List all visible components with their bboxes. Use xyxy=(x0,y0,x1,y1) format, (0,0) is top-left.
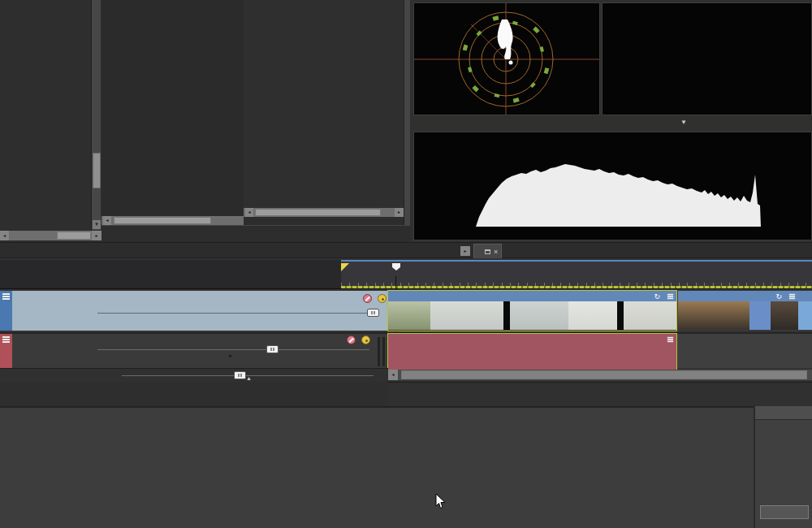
track-color-strip[interactable] xyxy=(0,334,12,368)
vol-slider-handle[interactable] xyxy=(266,345,279,353)
rate-control-row: ▲ xyxy=(0,368,388,382)
timecode-display-area xyxy=(0,260,341,289)
tree-hscroll-thumb[interactable] xyxy=(57,232,91,240)
stock-list-vertical-scrollbar[interactable] xyxy=(404,0,410,225)
tab-overflow-button[interactable]: ▸ xyxy=(460,246,470,256)
timeline-ruler[interactable] xyxy=(341,260,812,289)
loop-icon: ↻ xyxy=(775,292,782,301)
histogram xyxy=(413,132,812,240)
video-scopes-panel: ▼ xyxy=(410,0,812,242)
pan-center-notch: ▼ xyxy=(227,353,233,359)
clip-menu-icon[interactable] xyxy=(789,293,795,298)
vegas-pro-window: ▼ ◂ ▸ ◂ ◂ ▸ xyxy=(0,0,812,528)
level-slider-handle[interactable] xyxy=(367,309,379,317)
video-track-header[interactable] xyxy=(0,291,388,331)
playhead-marker[interactable] xyxy=(392,263,400,270)
float-window-icon[interactable] xyxy=(485,249,490,254)
file-list-stock xyxy=(244,0,404,208)
clip-thumbnails xyxy=(678,301,798,330)
panel-filler xyxy=(0,382,388,406)
histogram-plot xyxy=(414,132,811,240)
audio-track-lane xyxy=(388,332,812,368)
video-clip-seafront[interactable]: ↻ xyxy=(678,291,798,331)
level-slider-track[interactable] xyxy=(97,313,378,314)
rate-slider-handle[interactable] xyxy=(234,371,246,379)
tree-scroll-down-button[interactable]: ▼ xyxy=(93,220,101,229)
timeline-scrollbar[interactable]: ◂ xyxy=(388,370,812,380)
track-mute-button[interactable] xyxy=(347,335,356,344)
track-controls: ▼ xyxy=(12,334,388,368)
curves-reset-button[interactable] xyxy=(760,505,809,519)
track-menu-icon[interactable] xyxy=(2,293,10,300)
video-clip-rocket[interactable]: ↻ xyxy=(388,291,676,331)
audio-waveform xyxy=(388,344,675,369)
meter-bar-left xyxy=(378,337,380,366)
vectorscope-graticule xyxy=(414,3,599,115)
explorer-folder-tree: ▼ ◂ ▸ xyxy=(0,0,102,242)
tree-scrollbar-thumb[interactable] xyxy=(93,153,101,188)
clip-thumbnails xyxy=(388,301,676,330)
timeline-scroll-thumb[interactable] xyxy=(401,370,807,379)
loop-start-marker[interactable] xyxy=(341,263,349,271)
audio-clip-rocket[interactable] xyxy=(388,334,676,370)
color-curves-title xyxy=(755,406,812,420)
loop-region-bar[interactable] xyxy=(341,286,812,288)
scroll-left-button[interactable]: ◂ xyxy=(103,216,111,225)
meter-bar-right xyxy=(382,337,385,366)
stock-list-scroll-thumb[interactable] xyxy=(255,209,381,216)
mouse-cursor xyxy=(435,494,447,509)
track-solo-button[interactable] xyxy=(378,294,387,303)
color-curves-panel xyxy=(754,406,812,528)
tree-horizontal-scrollbar[interactable]: ◂ ▸ xyxy=(0,231,102,240)
histogram-distribution xyxy=(476,164,761,227)
vectorscope xyxy=(413,2,600,115)
video-track-lane: ↻ ↻ xyxy=(388,291,812,331)
track-controls xyxy=(12,291,388,331)
stock-list-scrollbar[interactable]: ◂ ▸ xyxy=(244,208,404,217)
waveform-monitor xyxy=(602,2,812,115)
vol-slider-track[interactable] xyxy=(97,349,369,350)
scroll-left-button[interactable]: ◂ xyxy=(245,208,253,217)
selection-status xyxy=(102,225,410,242)
clip-menu-icon[interactable] xyxy=(667,336,673,341)
transport-toolbar xyxy=(388,382,812,406)
scroll-left-button[interactable]: ◂ xyxy=(0,231,9,240)
panel-filler xyxy=(244,217,404,225)
audio-track-header[interactable]: ▼ xyxy=(0,332,388,368)
clip-menu-icon[interactable] xyxy=(667,293,673,298)
color-grading-panel xyxy=(0,406,812,528)
loop-icon: ↻ xyxy=(654,292,660,301)
track-color-strip[interactable] xyxy=(0,291,12,331)
rate-center-notch: ▲ xyxy=(246,375,252,381)
dock-tab-bar: ▸ × xyxy=(0,242,812,258)
tab-video-scopes[interactable]: × xyxy=(473,244,502,258)
tree-vertical-scrollbar[interactable]: ▼ xyxy=(91,0,101,230)
scroll-right-button[interactable]: ▸ xyxy=(92,231,102,240)
dropdown-caret-icon[interactable]: ▼ xyxy=(680,119,687,126)
file-list-scroll-thumb[interactable] xyxy=(114,217,211,224)
waveform-plot xyxy=(603,3,811,115)
close-icon[interactable]: × xyxy=(494,248,498,256)
video-clip-sky[interactable] xyxy=(798,291,812,331)
track-solo-button[interactable] xyxy=(361,335,370,344)
file-list-local xyxy=(102,0,244,216)
track-mute-button[interactable] xyxy=(363,294,372,303)
scroll-left-button[interactable]: ◂ xyxy=(388,370,398,380)
scroll-right-button[interactable]: ▸ xyxy=(395,208,404,217)
file-list-scrollbar[interactable]: ◂ xyxy=(102,216,244,225)
track-menu-icon[interactable] xyxy=(2,336,10,343)
